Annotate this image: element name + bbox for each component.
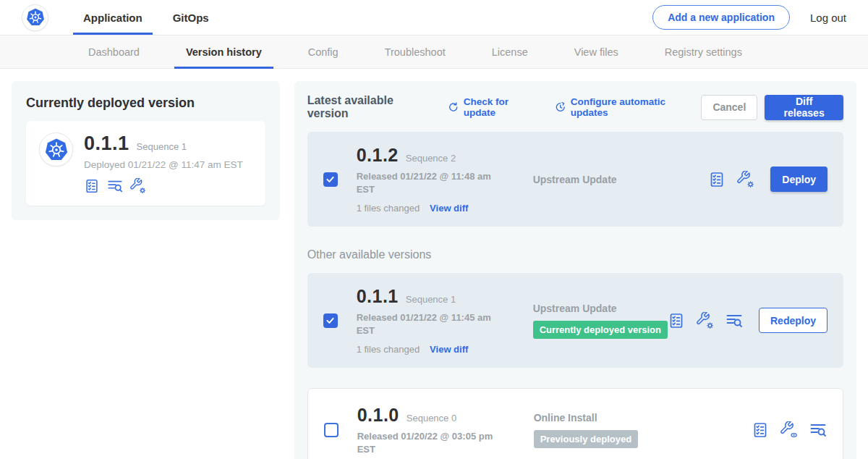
view-diff-link[interactable]: View diff [430,203,468,214]
version-checkbox[interactable] [324,423,339,437]
kubernetes-icon [43,136,70,164]
deploy-logs-icon[interactable] [107,178,123,194]
checkmark-icon [325,174,336,185]
version-source-label: Upstream Update [533,174,617,185]
version-checkbox[interactable] [323,313,338,328]
deploy-logs-icon[interactable] [809,421,827,439]
edit-config-icon[interactable] [130,178,146,194]
edit-config-icon[interactable] [697,312,714,329]
redeploy-button[interactable]: Redeploy [759,308,827,333]
view-config-icon[interactable] [780,421,798,439]
top-nav: Application GitOps Add a new application… [0,0,868,35]
deploy-logs-icon[interactable] [726,312,743,329]
version-source-label: Upstream Update [533,303,617,314]
files-changed-label: 1 files changed [357,344,420,355]
deployed-panel-title: Currently deployed version [26,96,265,111]
version-checkbox[interactable] [323,172,338,187]
preflight-checks-icon[interactable] [84,178,100,194]
version-number: 0.1.0 [357,405,399,426]
released-timestamp: Released 01/21/22 @ 11:48 am EST [357,170,498,195]
subnav-registry-settings[interactable]: Registry settings [663,35,744,68]
subnav-config[interactable]: Config [307,35,340,68]
subnav-license[interactable]: License [490,35,529,68]
version-number: 0.1.2 [357,145,399,166]
subnav-troubleshoot[interactable]: Troubleshoot [383,35,447,68]
version-sequence: Sequence 2 [406,153,456,164]
edit-config-icon[interactable] [737,171,754,188]
preflight-checks-icon[interactable] [668,312,685,329]
previously-deployed-badge: Previously deployed [534,430,638,448]
version-number: 0.1.1 [357,286,399,307]
refresh-icon [448,101,459,113]
preflight-checks-icon[interactable] [708,171,726,188]
schedule-update-icon [555,101,566,113]
subnav-dashboard[interactable]: Dashboard [87,35,141,68]
logout-button[interactable]: Log out [810,12,846,24]
latest-version-title: Latest available version [307,94,434,120]
version-source-label: Online Install [534,412,597,424]
subnav-view-files[interactable]: View files [573,35,620,68]
app-logo [39,132,73,167]
subnav-version-history[interactable]: Version history [184,35,263,68]
top-tabs: Application GitOps [73,0,219,35]
latest-version-header: Latest available version Check for updat… [307,94,843,120]
deployed-timestamp: Deployed 01/21/22 @ 11:47 am EST [84,159,243,170]
version-row-0-1-0: 0.1.0 Sequence 0 Released 01/20/22 @ 03:… [307,388,843,459]
cancel-button[interactable]: Cancel [701,95,757,120]
version-history-panel: Latest available version Check for updat… [294,81,856,459]
currently-deployed-panel: Currently deployed version 0.1.1 Sequenc… [12,81,280,220]
app-subnav: Dashboard Version history Config Trouble… [0,35,868,69]
released-timestamp: Released 01/20/22 @ 03:05 pm EST [357,430,499,455]
kubernetes-logo [22,4,48,31]
main-content: Currently deployed version 0.1.1 Sequenc… [0,69,868,459]
add-application-button[interactable]: Add a new application [652,5,790,30]
files-changed-label: 1 files changed [357,203,420,214]
view-diff-link[interactable]: View diff [430,344,468,355]
configure-automatic-updates-link[interactable]: Configure automatic updates [555,96,701,118]
released-timestamp: Released 01/21/22 @ 11:45 am EST [357,311,498,337]
check-for-update-label: Check for update [464,96,541,118]
deployed-version-number: 0.1.1 [84,132,129,155]
check-for-update-link[interactable]: Check for update [448,96,540,118]
currently-deployed-badge: Currently deployed version [533,321,668,339]
version-row-0-1-2: 0.1.2 Sequence 2 Released 01/21/22 @ 11:… [307,132,843,227]
checkmark-icon [325,315,336,326]
configure-automatic-updates-label: Configure automatic updates [571,96,702,118]
diff-releases-button[interactable]: Diff releases [765,95,843,120]
deploy-button[interactable]: Deploy [770,167,827,192]
version-sequence: Sequence 1 [406,294,456,305]
kubernetes-icon [25,7,46,28]
tab-gitops[interactable]: GitOps [163,0,219,35]
preflight-checks-icon[interactable] [752,421,769,439]
tab-application[interactable]: Application [73,0,153,35]
version-sequence: Sequence 0 [407,413,456,424]
other-versions-title: Other available versions [307,248,843,261]
deployed-sequence: Sequence 1 [137,141,187,152]
deployed-version-card: 0.1.1 Sequence 1 Deployed 01/21/22 @ 11:… [26,121,265,206]
version-row-0-1-1: 0.1.1 Sequence 1 Released 01/21/22 @ 11:… [307,273,843,368]
